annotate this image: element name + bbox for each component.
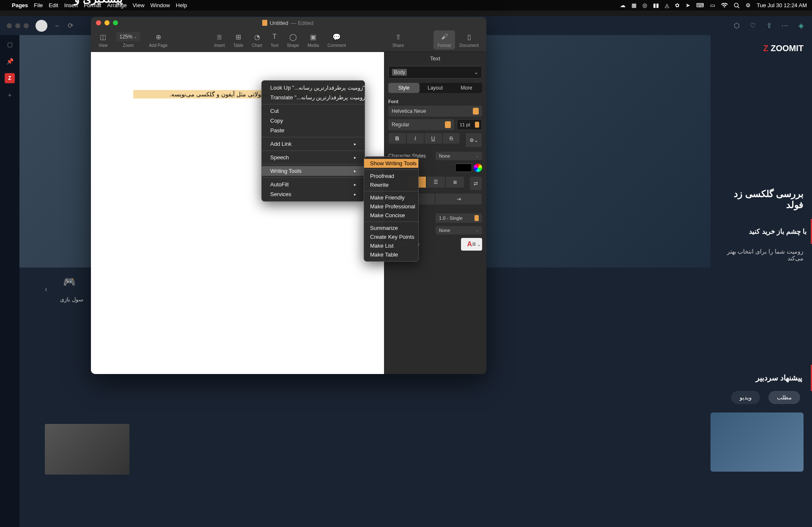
spacing-select[interactable]: 1.0 - Single (436, 213, 482, 223)
submenu-concise[interactable]: Make Concise (364, 211, 418, 220)
article-thumbnail[interactable] (710, 412, 804, 472)
search-icon[interactable] (734, 3, 740, 8)
maximize-button[interactable] (113, 20, 118, 25)
document-button[interactable]: ▯Document (455, 30, 483, 49)
char-style-select[interactable]: None⌄ (436, 152, 482, 160)
sidebar-tab-icon[interactable]: ▢ (5, 39, 15, 49)
align-right-button[interactable]: ☰ (426, 176, 445, 188)
traffic-lights (96, 20, 118, 25)
view-button[interactable]: ◫ View (94, 30, 112, 49)
sidebar-pin-icon[interactable]: 📌 (5, 56, 15, 66)
comment-button[interactable]: 💬Comment (323, 30, 350, 49)
submenu-keypoints[interactable]: Create Key Points (364, 232, 418, 241)
submenu-proofread[interactable]: Proofread (364, 172, 418, 180)
font-size-field[interactable]: 11 pt (457, 119, 482, 130)
tab-more[interactable]: More (451, 83, 482, 93)
status-icon-2[interactable]: ◎ (642, 2, 647, 8)
carousel-prev[interactable]: ‹ (45, 285, 47, 294)
menu-lookup[interactable]: Look Up "...زومیت پرطرفدارترین رسانه" (262, 83, 365, 93)
reload-icon[interactable]: ⟳ (68, 22, 73, 30)
menu-autofill[interactable]: AutoFill▸ (262, 180, 365, 189)
insert-button[interactable]: ≣Insert (210, 30, 229, 49)
cloud-icon[interactable]: ☁︎ (620, 2, 625, 8)
battery-icon[interactable]: ▭ (710, 2, 715, 8)
gamepad-icon: 🎮 (63, 276, 80, 293)
minimize-button[interactable] (104, 20, 110, 25)
article-thumbnail-left[interactable] (45, 424, 129, 475)
italic-button[interactable]: I (406, 133, 425, 144)
submenu-show[interactable]: Show Writing Tools (364, 159, 418, 168)
chart-icon: ◔ (254, 32, 260, 41)
share-button[interactable]: ⇧Share (388, 30, 408, 49)
copilot-icon[interactable]: ◈ (797, 22, 805, 30)
submenu-professional[interactable]: Make Professional (364, 202, 418, 211)
indent-button[interactable]: ⇥ (435, 193, 482, 205)
menu-file[interactable]: File (34, 2, 43, 8)
direction-button[interactable]: ⇄ (469, 176, 482, 191)
app-name[interactable]: Pages (12, 2, 28, 8)
bold-button[interactable]: B (388, 133, 406, 144)
browser-avatar[interactable] (36, 20, 47, 32)
table-button[interactable]: ⊞Table (229, 30, 248, 49)
sidebar-add-icon[interactable]: + (5, 90, 15, 100)
submenu-rewrite[interactable]: Rewrite (364, 180, 418, 189)
add-page-button[interactable]: ⊕ Add Page (145, 30, 172, 49)
font-family-select[interactable]: Helvetica Neue (388, 106, 482, 117)
format-button[interactable]: 🖌Format (433, 30, 455, 49)
wifi-icon[interactable] (721, 3, 728, 8)
pill-article[interactable]: مطلب (768, 391, 800, 404)
menu-window[interactable]: Window (151, 2, 170, 8)
zoom-button[interactable]: 125% ⌄ Zoom (112, 30, 145, 49)
menu-paste[interactable]: Paste (262, 126, 365, 135)
close-button[interactable] (96, 20, 101, 25)
menu-add-link[interactable]: Add Link▸ (262, 139, 365, 149)
pill-video[interactable]: ویدیو (731, 391, 760, 404)
more-icon[interactable]: ⋯ (781, 22, 789, 30)
text-button[interactable]: TText (266, 30, 283, 49)
dropcap-preview[interactable]: A≡ (461, 238, 482, 251)
buy-title: با چشم باز خرید کنید (710, 219, 812, 244)
clock[interactable]: Tue Jul 30 12:24 AM (757, 2, 807, 8)
extension-icon[interactable]: ⬡ (732, 22, 741, 30)
font-options-button[interactable]: ⚙⌄ (465, 133, 482, 147)
submenu-summarize[interactable]: Summarize (364, 224, 418, 232)
shape-button[interactable]: ◯Shape (283, 30, 303, 49)
underline-button[interactable]: U (424, 133, 442, 144)
menu-cut[interactable]: Cut (262, 106, 365, 116)
strike-button[interactable]: S (442, 133, 461, 144)
menu-edit[interactable]: Edit (49, 2, 58, 8)
status-icon-1[interactable]: ▦ (631, 2, 636, 8)
tab-layout[interactable]: Layout (420, 83, 451, 93)
tab-style[interactable]: Style (388, 83, 420, 93)
back-arrow-icon[interactable]: ← (54, 22, 61, 30)
media-button[interactable]: ▣Media (303, 30, 323, 49)
menu-writing-tools[interactable]: Writing Tools▸ (262, 166, 365, 176)
chart-button[interactable]: ◔Chart (247, 30, 266, 49)
bullets-select[interactable]: None⌄ (436, 226, 482, 235)
font-weight-select[interactable]: Regular (388, 119, 454, 130)
telegram-icon[interactable]: ➤ (686, 2, 690, 8)
submenu-friendly[interactable]: Make Friendly (364, 193, 418, 202)
menu-services[interactable]: Services▸ (262, 189, 365, 199)
share-icon-bg[interactable]: ⇪ (765, 22, 773, 30)
control-center-icon[interactable]: ⚙ (746, 2, 751, 8)
menu-help[interactable]: Help (176, 2, 187, 8)
zoomit-logo[interactable]: Z ZOOMIT (710, 44, 812, 53)
color-picker-button[interactable] (474, 164, 482, 172)
text-color-swatch[interactable] (455, 164, 472, 172)
carousel-item-console[interactable]: 🎮 سول بازی (60, 276, 83, 303)
menu-copy[interactable]: Copy (262, 116, 365, 126)
sidebar-zoomit-icon[interactable]: Z (5, 73, 15, 83)
status-icon-3[interactable]: ▮▮ (653, 2, 659, 8)
menu-view[interactable]: View (133, 2, 145, 8)
heart-icon[interactable]: ♡ (749, 22, 757, 30)
menu-translate[interactable]: Translate "...زومیت پرطرفدارترین رسانه" (262, 93, 365, 102)
keyboard-icon[interactable]: ⌨ (696, 2, 704, 8)
status-icon-5[interactable]: ✿ (675, 2, 680, 8)
paragraph-style-select[interactable]: Body ⌄ (388, 66, 482, 79)
status-icon-4[interactable]: ◬ (665, 2, 669, 8)
menu-speech[interactable]: Speech▸ (262, 153, 365, 162)
submenu-table[interactable]: Make Table (364, 250, 418, 259)
submenu-list[interactable]: Make List (364, 241, 418, 250)
align-justify-button[interactable]: ≣ (445, 176, 464, 188)
